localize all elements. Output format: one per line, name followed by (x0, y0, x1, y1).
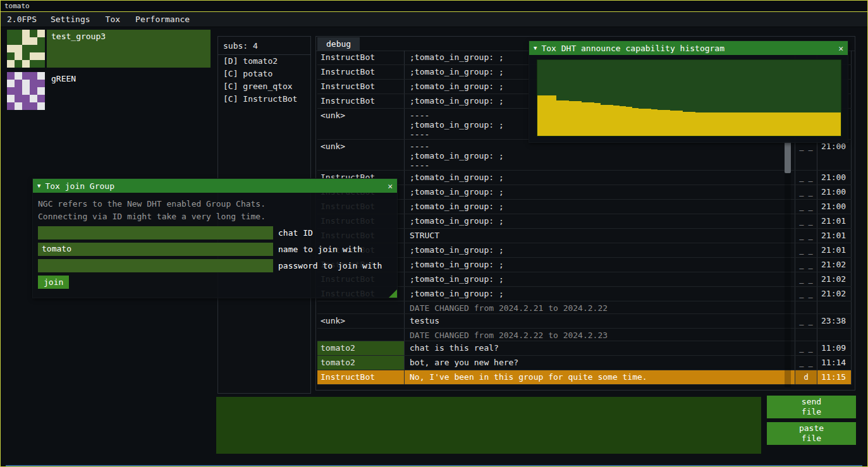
chat-message: chat is this real? (404, 341, 795, 355)
join-name-input[interactable]: tomato (38, 243, 273, 256)
member-item[interactable]: [D] tomato2 (218, 55, 310, 68)
join-name-label: name to join with (278, 245, 362, 254)
histogram-bar (657, 110, 664, 136)
chat-message: testus (404, 314, 795, 328)
contact-row-test_group3[interactable]: test_group3 (7, 30, 211, 68)
chat-flags: _ _ (795, 171, 817, 185)
histogram-bar (601, 105, 607, 136)
chat-name: <unk> (317, 109, 404, 139)
compose-input[interactable] (216, 397, 761, 454)
histogram-bar (708, 112, 714, 136)
member-item[interactable]: [C] green_qtox (218, 80, 310, 93)
histogram-bar (752, 112, 759, 136)
chat-flags: _ _ (795, 185, 817, 199)
histogram-bar (537, 95, 544, 136)
histogram-bar (689, 112, 695, 136)
chat-name: <unk> (317, 314, 404, 328)
contact-avatar (7, 30, 45, 68)
chat-flags: _ _ (795, 287, 817, 301)
chat-message-row[interactable]: InstructBotNo, I've been in this group f… (317, 370, 852, 385)
histogram-plot (537, 59, 841, 136)
histogram-bar (676, 111, 683, 136)
chat-time: 21:00 (817, 171, 852, 185)
join-password-input[interactable] (38, 259, 273, 272)
join-info-line2: Connecting via ID might take a very long… (38, 210, 392, 223)
chat-name: tomato2 (317, 356, 404, 370)
chat-time (817, 301, 852, 313)
chat-id-label: chat ID (278, 228, 313, 238)
chat-message: ;tomato_in_group: ; (404, 185, 795, 199)
chat-message: ----;tomato_in_group: ;---- (404, 140, 795, 170)
join-group-window-titlebar[interactable]: ▼ Tox join Group ✕ (33, 179, 397, 193)
contact-label: gREEN (47, 72, 211, 110)
chat-message-row[interactable]: <unk>testus_ _23:38 (317, 314, 852, 329)
histogram-bar (790, 112, 797, 136)
chat-name: InstructBot (317, 94, 404, 108)
close-icon[interactable]: ✕ (838, 44, 843, 53)
collapse-icon[interactable]: ▼ (37, 183, 40, 189)
join-group-window-body: NGC refers to the New DHT enabled Group … (33, 193, 397, 298)
histogram-bar (740, 112, 746, 136)
join-password-label: password to join with (278, 261, 382, 270)
histogram-bar (544, 95, 550, 136)
chat-message-row[interactable]: tomato2bot, are you new here?_ _11:14 (317, 356, 852, 370)
chat-system-row[interactable]: DATE CHANGED from 2024.2.21 to 2024.2.22 (317, 301, 852, 314)
histogram-bar (809, 112, 816, 136)
chat-message-row[interactable]: <unk>----;tomato_in_group: ;----_ _21:00 (317, 140, 852, 171)
menu-bar: 2.0FPS SettingsToxPerformance (1, 12, 867, 27)
menu-item-settings[interactable]: Settings (43, 15, 98, 24)
contact-row-green[interactable]: gREEN (7, 72, 211, 110)
chat-message: ;tomato_in_group: ; (404, 243, 795, 257)
chat-time: 21:02 (817, 258, 852, 272)
chat-name (317, 301, 404, 313)
chat-message-row[interactable]: tomato2chat is this real?_ _11:09 (317, 341, 852, 356)
resize-grip[interactable] (389, 289, 397, 298)
histogram-bar (588, 102, 594, 136)
chat-flags: _ _ (795, 258, 817, 272)
chat-system-row[interactable]: DATE CHANGED from 2024.2.22 to 2024.2.23 (317, 329, 852, 341)
chat-message: ;tomato_in_group: ; (404, 200, 795, 214)
chat-flags: _ _ (795, 229, 817, 243)
histogram-bar (607, 105, 613, 136)
close-icon[interactable]: ✕ (388, 181, 393, 191)
chat-message: DATE CHANGED from 2024.2.21 to 2024.2.22 (404, 301, 795, 313)
dht-histogram-window-title: Tox DHT announce capability histogram (541, 44, 724, 53)
histogram-bar (721, 112, 727, 136)
histogram-bar (620, 106, 626, 136)
contact-list: test_group3gREEN (7, 30, 211, 114)
histogram-bar (613, 106, 620, 136)
chat-id-input[interactable] (38, 226, 273, 240)
chat-flags: _ _ (795, 200, 817, 214)
histogram-bar (733, 112, 740, 136)
chat-time: 23:38 (817, 314, 852, 328)
histogram-bar (626, 107, 632, 136)
tab-debug[interactable]: debug (317, 37, 360, 51)
menu-item-tox[interactable]: Tox (98, 15, 128, 24)
chat-message: ;tomato_in_group: ; (404, 214, 795, 228)
histogram-bar (714, 112, 721, 136)
window-titlebar[interactable]: tomato (1, 1, 867, 12)
chat-time: 21:01 (817, 214, 852, 228)
chat-flags: _ _ (795, 272, 817, 286)
collapse-icon[interactable]: ▼ (534, 45, 537, 51)
chat-time: 21:00 (817, 200, 852, 214)
window-resize-edge[interactable] (6, 465, 862, 466)
menu-item-performance[interactable]: Performance (128, 15, 197, 24)
contact-avatar (7, 72, 45, 110)
member-item[interactable]: [C] InstructBot (218, 93, 310, 106)
paste-file-button[interactable]: paste file (767, 422, 856, 445)
chat-time: 21:00 (817, 140, 852, 170)
histogram-bar (727, 112, 733, 136)
dht-histogram-window-body (529, 55, 848, 142)
join-button[interactable]: join (38, 276, 69, 289)
chat-scrollbar-thumb[interactable] (785, 142, 791, 173)
chat-time: 21:00 (817, 185, 852, 199)
dht-histogram-window-titlebar[interactable]: ▼ Tox DHT announce capability histogram … (529, 41, 848, 55)
chat-time: 21:02 (817, 272, 852, 286)
chat-message: STRUCT (404, 229, 795, 243)
chat-flags: _ _ (795, 140, 817, 170)
member-item[interactable]: [C] potato (218, 68, 310, 80)
members-list: [D] tomato2[C] potato[C] green_qtox[C] I… (218, 55, 310, 106)
chat-name: tomato2 (317, 341, 404, 355)
send-file-button[interactable]: send file (767, 396, 856, 418)
